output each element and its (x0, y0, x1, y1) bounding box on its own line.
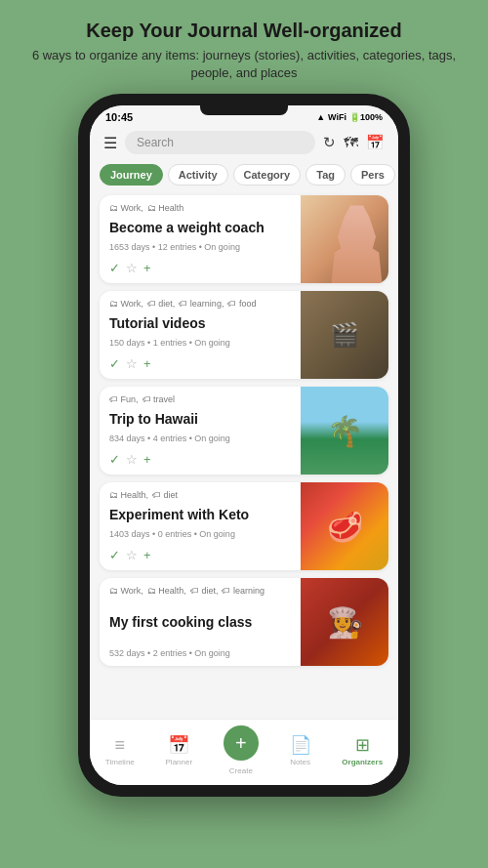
nav-create[interactable]: + Create (224, 725, 259, 775)
tag-travel: 🏷 travel (142, 394, 176, 404)
tag-health: 🗂 Health (147, 203, 184, 213)
phone-notch (200, 105, 288, 115)
nav-timeline[interactable]: ≡ Timeline (105, 735, 135, 766)
refresh-icon[interactable]: ↻ (323, 134, 336, 151)
tag-work: 🗂 Work, (109, 203, 143, 213)
card-content: 🗂 Work, 🏷 diet, 🏷 learning, 🏷 food Tutor… (100, 291, 301, 379)
calendar-icon[interactable]: 📅 (366, 134, 385, 151)
card-image-tutorial: 🎬 (301, 291, 388, 379)
card-cooking-class[interactable]: 🗂 Work, 🗂 Health, 🏷 diet, 🏷 learning My … (100, 578, 388, 666)
star-icon[interactable]: ☆ (126, 548, 138, 562)
organizers-icon: ⊞ (355, 734, 370, 756)
add-icon[interactable]: + (143, 356, 151, 371)
card-meta: 1653 days • 12 entries • On going (109, 242, 291, 252)
cooking-decoration: 👩‍🍳 (327, 605, 363, 640)
nav-organizers-label: Organizers (342, 758, 383, 766)
card-actions: ✓ ☆ + (109, 548, 291, 562)
tag-diet: 🏷 diet, (190, 586, 219, 596)
card-title: Experiment with Keto (109, 507, 291, 522)
card-image-keto: 🥩 (301, 482, 388, 570)
card-tags: 🗂 Work, 🗂 Health (109, 203, 291, 213)
check-icon[interactable]: ✓ (109, 548, 120, 562)
planner-icon: 📅 (168, 734, 189, 756)
tag-health: 🗂 Health, (109, 490, 148, 500)
page-subtitle: 6 ways to organize any items: journeys (… (20, 47, 468, 82)
card-tutorial-videos[interactable]: 🗂 Work, 🏷 diet, 🏷 learning, 🏷 food Tutor… (100, 291, 388, 379)
nav-create-label: Create (229, 766, 253, 775)
search-box[interactable]: Search (125, 131, 315, 154)
tag-health: 🗂 Health, (147, 586, 186, 596)
card-meta: 532 days • 2 entries • On going (109, 648, 291, 658)
top-actions: ↻ 🗺 📅 (323, 134, 385, 151)
nav-notes[interactable]: 📄 Notes (290, 734, 311, 766)
filter-tab-journey[interactable]: Journey (100, 164, 163, 186)
star-icon[interactable]: ☆ (126, 452, 138, 467)
card-title: Trip to Hawaii (109, 411, 291, 427)
card-tags: 🗂 Work, 🗂 Health, 🏷 diet, 🏷 learning (109, 586, 291, 596)
phone-frame: 10:45 ▲ WiFi 🔋100% ☰ Search ↻ 🗺 📅 Journe… (78, 94, 410, 797)
card-content: 🗂 Work, 🗂 Health, 🏷 diet, 🏷 learning My … (100, 578, 301, 666)
check-icon[interactable]: ✓ (109, 261, 120, 275)
filter-tab-pers[interactable]: Pers (350, 164, 395, 186)
nav-notes-label: Notes (290, 758, 310, 766)
tag-diet: 🏷 diet (152, 490, 178, 500)
star-icon[interactable]: ☆ (126, 356, 138, 371)
add-icon[interactable]: + (143, 548, 151, 562)
card-image-fitness (301, 195, 388, 283)
card-actions: ✓ ☆ + (109, 452, 291, 467)
add-icon[interactable]: + (143, 261, 151, 275)
menu-icon[interactable]: ☰ (103, 134, 117, 152)
card-image-hawaii: 🌴 (301, 387, 388, 475)
notes-icon: 📄 (290, 734, 311, 756)
card-tags: 🗂 Health, 🏷 diet (109, 490, 291, 500)
card-keto[interactable]: 🗂 Health, 🏷 diet Experiment with Keto 14… (100, 482, 388, 570)
map-icon[interactable]: 🗺 (344, 134, 358, 151)
tag-diet: 🏷 diet, (147, 299, 176, 309)
tutorial-decoration: 🎬 (330, 321, 359, 349)
card-weight-coach[interactable]: 🗂 Work, 🗂 Health Become a weight coach 1… (100, 195, 388, 283)
create-button[interactable]: + (224, 725, 259, 761)
page-title: Keep Your Journal Well-organized (20, 18, 468, 43)
page-header: Keep Your Journal Well-organized 6 ways … (0, 0, 488, 94)
check-icon[interactable]: ✓ (109, 356, 120, 371)
star-icon[interactable]: ☆ (126, 261, 138, 275)
check-icon[interactable]: ✓ (109, 452, 120, 467)
status-icons: ▲ WiFi 🔋100% (316, 112, 383, 122)
nav-organizers[interactable]: ⊞ Organizers (342, 734, 383, 766)
card-title: Tutorial videos (109, 315, 291, 331)
card-title: Become a weight coach (109, 220, 291, 235)
card-meta: 1403 days • 0 entries • On going (109, 529, 291, 539)
top-bar: ☰ Search ↻ 🗺 📅 (90, 125, 398, 160)
tag-learning: 🏷 learning, (179, 299, 224, 309)
phone-screen: 10:45 ▲ WiFi 🔋100% ☰ Search ↻ 🗺 📅 Journe… (90, 105, 398, 785)
search-placeholder: Search (137, 136, 174, 149)
card-image-cooking: 👩‍🍳 (301, 578, 388, 666)
nav-planner[interactable]: 📅 Planner (166, 734, 193, 766)
card-content: 🗂 Health, 🏷 diet Experiment with Keto 14… (100, 482, 301, 570)
tag-learning: 🏷 learning (222, 586, 264, 596)
cards-area: 🗂 Work, 🗂 Health Become a weight coach 1… (90, 191, 398, 719)
filter-tab-category[interactable]: Category (233, 164, 302, 186)
filter-tab-tag[interactable]: Tag (305, 164, 346, 186)
nav-timeline-label: Timeline (105, 758, 135, 766)
card-actions: ✓ ☆ + (109, 261, 291, 275)
bottom-nav: ≡ Timeline 📅 Planner + Create 📄 Notes ⊞ … (90, 719, 398, 785)
card-hawaii[interactable]: 🏷 Fun, 🏷 travel Trip to Hawaii 834 days … (100, 387, 388, 475)
tag-work: 🗂 Work, (109, 586, 143, 596)
tag-fun: 🏷 Fun, (109, 394, 139, 404)
tag-food: 🏷 food (227, 299, 256, 309)
fitness-silhouette (325, 205, 388, 283)
wifi-icon: WiFi (328, 112, 346, 122)
card-content: 🗂 Work, 🗂 Health Become a weight coach 1… (100, 195, 301, 283)
tag-work: 🗂 Work, (109, 299, 143, 309)
card-actions: ✓ ☆ + (109, 356, 291, 371)
card-meta: 150 days • 1 entries • On going (109, 338, 291, 348)
battery-icon: 🔋100% (349, 112, 383, 122)
add-icon[interactable]: + (143, 452, 151, 467)
hawaii-decoration: 🌴 (327, 414, 363, 448)
signal-icon: ▲ (316, 112, 325, 122)
card-content: 🏷 Fun, 🏷 travel Trip to Hawaii 834 days … (100, 387, 301, 475)
card-tags: 🗂 Work, 🏷 diet, 🏷 learning, 🏷 food (109, 299, 291, 309)
filter-tabs: Journey Activity Category Tag Pers (90, 160, 398, 191)
filter-tab-activity[interactable]: Activity (168, 164, 228, 186)
